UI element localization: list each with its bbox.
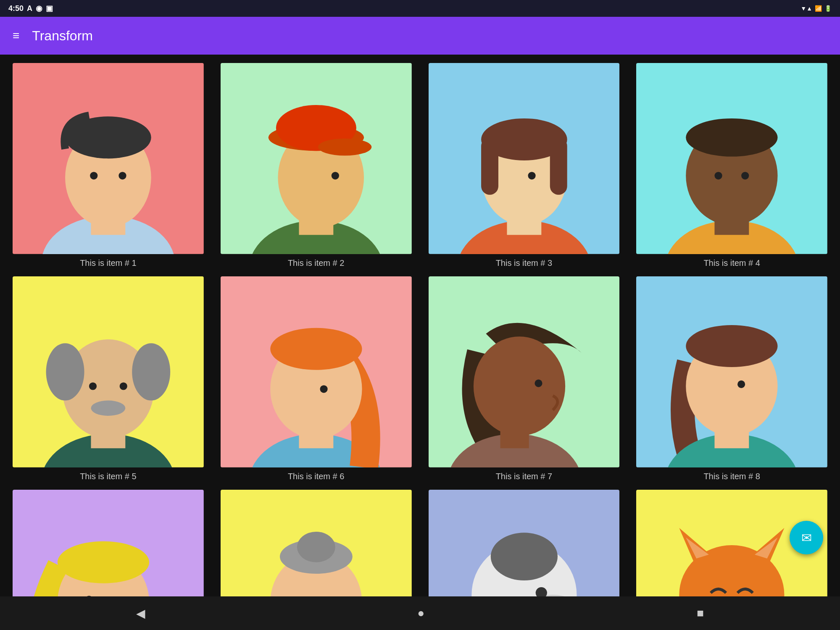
- item-label-3: This is item # 3: [496, 258, 552, 268]
- item-label-4: This is item # 4: [703, 258, 760, 268]
- svg-point-34: [46, 343, 84, 400]
- svg-point-44: [320, 385, 327, 393]
- list-item[interactable]: This is item # 2: [221, 63, 412, 268]
- signal-icon: 📶: [815, 5, 822, 12]
- item-image-6: [221, 276, 412, 467]
- app-bar: ≡ Transform: [0, 17, 840, 55]
- email-fab[interactable]: ✉: [790, 521, 823, 554]
- item-image-5: [13, 276, 204, 467]
- item-image-2: [221, 63, 412, 254]
- list-item[interactable]: This is item # 5: [13, 276, 204, 481]
- list-item[interactable]: This is item # 7: [429, 276, 620, 481]
- item-image-8: [636, 276, 827, 467]
- svg-point-74: [490, 533, 557, 580]
- wifi-icon: ▼▲: [801, 5, 812, 12]
- svg-rect-20: [481, 137, 498, 194]
- item-label-8: This is item # 8: [703, 472, 760, 481]
- email-icon: ✉: [801, 530, 812, 545]
- svg-point-29: [741, 172, 749, 179]
- svg-point-27: [686, 118, 777, 157]
- list-item[interactable]: This is item # 4: [636, 63, 827, 268]
- svg-point-35: [132, 343, 170, 400]
- svg-point-6: [118, 172, 126, 179]
- item-image-7: [429, 276, 620, 467]
- status-bar-right: ▼▲ 📶 🔋: [801, 5, 832, 12]
- svg-point-48: [473, 336, 565, 436]
- item-label-2: This is item # 2: [288, 258, 344, 268]
- svg-rect-21: [550, 137, 567, 194]
- item-label-6: This is item # 6: [288, 472, 344, 481]
- nav-bar: ◀ ● ■: [0, 596, 840, 630]
- svg-point-54: [686, 325, 777, 367]
- item-image-11: [429, 490, 620, 597]
- item-image-9: [13, 490, 204, 597]
- app-title: Transform: [32, 28, 93, 44]
- status-icon-circle: ◉: [36, 4, 42, 13]
- item-grid: This is item # 1: [13, 63, 827, 596]
- item-label-5: This is item # 5: [80, 472, 136, 481]
- home-button[interactable]: ●: [418, 606, 425, 620]
- svg-point-38: [120, 382, 127, 390]
- list-item[interactable]: This is item # 6: [221, 276, 412, 481]
- list-item[interactable]: This is item # 11: [429, 490, 620, 597]
- item-image-1: [13, 63, 204, 254]
- item-image-4: [636, 63, 827, 254]
- item-label-7: This is item # 7: [496, 472, 552, 481]
- content-area: This is item # 1: [0, 55, 840, 596]
- list-item[interactable]: This is item # 10: [221, 490, 412, 597]
- battery-icon: 🔋: [824, 5, 832, 12]
- item-image-3: [429, 63, 620, 254]
- svg-point-37: [89, 382, 97, 390]
- item-label-1: This is item # 1: [80, 258, 136, 268]
- hamburger-menu-icon[interactable]: ≡: [13, 29, 19, 42]
- status-bar-left: 4:50 A ◉ ▣: [8, 4, 53, 13]
- svg-point-36: [91, 400, 125, 415]
- svg-point-13: [318, 139, 371, 156]
- list-item[interactable]: This is item # 8: [636, 276, 827, 481]
- list-item[interactable]: This is item # 9: [13, 490, 204, 597]
- svg-point-5: [90, 172, 97, 179]
- item-image-10: [221, 490, 412, 597]
- status-icon-a: A: [27, 4, 32, 13]
- recent-button[interactable]: ■: [697, 606, 704, 620]
- status-bar: 4:50 A ◉ ▣ ▼▲ 📶 🔋: [0, 0, 840, 17]
- back-button[interactable]: ◀: [136, 606, 145, 620]
- svg-point-43: [270, 328, 362, 370]
- svg-point-60: [58, 541, 149, 583]
- svg-point-14: [332, 172, 339, 179]
- svg-point-49: [535, 379, 542, 387]
- list-item[interactable]: This is item # 1: [13, 63, 204, 268]
- status-time: 4:50: [8, 4, 24, 13]
- list-item[interactable]: This is item # 3: [429, 63, 620, 268]
- svg-point-28: [715, 172, 722, 179]
- svg-point-55: [737, 381, 745, 388]
- svg-point-22: [528, 172, 535, 179]
- svg-point-68: [297, 532, 335, 562]
- status-icon-save: ▣: [46, 4, 53, 13]
